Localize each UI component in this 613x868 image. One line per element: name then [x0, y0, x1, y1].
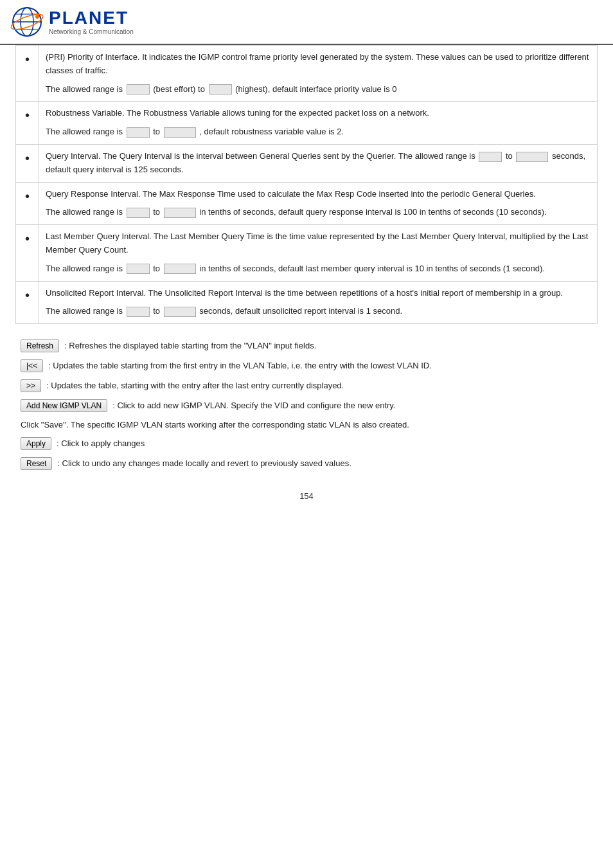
kc-button[interactable]: |<< [21, 359, 43, 372]
kc-row: |<< : Updates the table starting from th… [21, 359, 592, 373]
planet-logo-icon [10, 5, 44, 39]
text-cell: Last Member Query Interval. The Last Mem… [39, 225, 598, 281]
row2-main-text: Robustness Variable. The Robustness Vari… [46, 108, 429, 118]
reset-button-label: Reset [21, 457, 52, 471]
reset-button[interactable]: Reset [21, 457, 52, 470]
refresh-row: Refresh : Refreshes the displayed table … [21, 339, 592, 353]
row2-input2[interactable] [164, 127, 196, 138]
row6-input2[interactable] [164, 307, 196, 317]
logo-area: PLANET Networking & Communication [10, 5, 134, 39]
row4-input2[interactable] [164, 208, 196, 218]
row1-main-text: (PRI) Priority of Interface. It indicate… [46, 52, 589, 75]
apply-desc: : Click to apply changes [57, 437, 592, 451]
gt-button-label: >> [21, 379, 41, 393]
logo-text-block: PLANET Networking & Communication [49, 9, 134, 35]
bullet-cell: • [16, 46, 39, 102]
apply-button-label: Apply [21, 437, 51, 451]
row4-range: The allowed range is to in tenths of sec… [46, 206, 591, 219]
reset-row: Reset : Click to undo any changes made l… [21, 457, 592, 471]
table-row: • Last Member Query Interval. The Last M… [16, 225, 598, 281]
gt-button[interactable]: >> [21, 379, 41, 392]
gt-desc: : Updates the table, starting with the e… [46, 379, 592, 393]
text-cell: Robustness Variable. The Robustness Vari… [39, 102, 598, 145]
text-cell: Unsolicited Report Interval. The Unsolic… [39, 281, 598, 324]
table-row: • Unsolicited Report Interval. The Unsol… [16, 281, 598, 324]
bullet-cell: • [16, 281, 39, 324]
row2-range: The allowed range is to , default robust… [46, 125, 591, 139]
text-cell: Query Interval. The Query Interval is th… [39, 144, 598, 182]
logo-subtitle: Networking & Communication [49, 28, 134, 35]
add-desc: : Click to add new IGMP VLAN. Specify th… [112, 399, 592, 413]
row5-range: The allowed range is to in tenths of sec… [46, 262, 591, 276]
row5-input1[interactable] [127, 264, 150, 274]
row5-main-text: Last Member Query Interval. The Last Mem… [46, 231, 588, 255]
reset-desc: : Click to undo any changes made locally… [57, 457, 592, 471]
bullet-cell: • [16, 182, 39, 225]
header: PLANET Networking & Communication [0, 0, 613, 45]
click-save-text: Click "Save". The specific IGMP VLAN sta… [21, 419, 592, 432]
text-cell: Query Response Interval. The Max Respons… [39, 182, 598, 225]
bullet-cell: • [16, 102, 39, 145]
add-row: Add New IGMP VLAN : Click to add new IGM… [21, 399, 592, 413]
add-igmp-vlan-button[interactable]: Add New IGMP VLAN [21, 399, 107, 412]
gt-row: >> : Updates the table, starting with th… [21, 379, 592, 393]
logo-name: PLANET [49, 9, 134, 27]
add-button-label: Add New IGMP VLAN [21, 399, 107, 413]
page-number: 154 [15, 491, 598, 501]
row2-input1[interactable] [127, 127, 150, 138]
table-row: • Query Interval. The Query Interval is … [16, 144, 598, 182]
row1-range: The allowed range is (best effort) to (h… [46, 83, 591, 96]
refresh-button-label: Refresh [21, 339, 59, 353]
table-row: • Query Response Interval. The Max Respo… [16, 182, 598, 225]
text-cell: (PRI) Priority of Interface. It indicate… [39, 46, 598, 102]
row6-main-text: Unsolicited Report Interval. The Unsolic… [46, 288, 563, 298]
table-row: • Robustness Variable. The Robustness Va… [16, 102, 598, 145]
svg-point-6 [35, 15, 39, 19]
row3-input2[interactable] [516, 152, 548, 162]
refresh-button[interactable]: Refresh [21, 339, 59, 352]
kc-button-label: |<< [21, 359, 43, 373]
bullet-cell: • [16, 225, 39, 281]
description-table: • (PRI) Priority of Interface. It indica… [15, 45, 598, 324]
kc-desc: : Updates the table starting from the fi… [48, 359, 592, 373]
apply-row: Apply : Click to apply changes [21, 437, 592, 451]
row4-main-text: Query Response Interval. The Max Respons… [46, 189, 536, 199]
main-content: • (PRI) Priority of Interface. It indica… [0, 45, 613, 516]
refresh-desc: : Refreshes the displayed table starting… [64, 339, 592, 353]
row3-input1[interactable] [479, 152, 502, 162]
table-row: • (PRI) Priority of Interface. It indica… [16, 46, 598, 102]
row6-input1[interactable] [127, 307, 150, 317]
row4-input1[interactable] [127, 208, 150, 218]
apply-button[interactable]: Apply [21, 437, 51, 450]
row6-range: The allowed range is to seconds, default… [46, 305, 591, 318]
row3-main-text: Query Interval. The Query Interval is th… [46, 151, 585, 174]
row1-input2[interactable] [209, 84, 232, 95]
bullet-cell: • [16, 144, 39, 182]
row5-input2[interactable] [164, 264, 196, 274]
buttons-section: Refresh : Refreshes the displayed table … [15, 339, 598, 471]
row1-input1[interactable] [127, 84, 150, 95]
